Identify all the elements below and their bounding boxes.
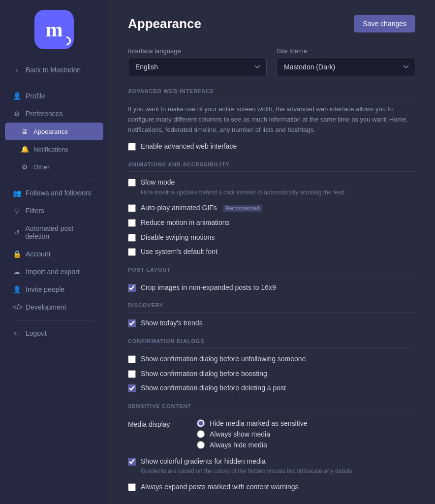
sidebar-item-profile-label: Profile [26, 92, 45, 100]
sidebar-item-filters[interactable]: ▽ Filters [5, 202, 103, 220]
sidebar-item-other[interactable]: ⚙ Other [5, 158, 103, 176]
always-show-radio[interactable] [197, 430, 205, 438]
sidebar-item-logout-label: Logout [26, 329, 47, 337]
interface-language-group: Interface language English [128, 47, 267, 76]
discovery-header: DISCOVERY [128, 302, 415, 313]
advanced-web-interface-header: ADVANCED WEB INTERFACE [128, 88, 415, 98]
save-changes-top-button[interactable]: Save changes [354, 15, 415, 32]
hide-sensitive-label[interactable]: Hide media marked as sensitive [210, 419, 307, 427]
enable-advanced-checkbox[interactable] [128, 143, 136, 151]
always-show-item: Always show media [197, 430, 307, 438]
always-show-label[interactable]: Always show media [210, 430, 270, 438]
site-theme-group: Site theme Mastodon (Dark) [277, 47, 415, 76]
sidebar-item-back-label: Back to Mastodon [26, 66, 81, 74]
disable-swiping-label[interactable]: Disable swiping motions [141, 233, 215, 243]
sidebar-item-account-label: Account [26, 250, 51, 258]
autoplay-gifs-label[interactable]: Auto-play animated GIFs Recommended [141, 203, 262, 213]
other-icon: ⚙ [21, 163, 29, 171]
interface-language-select[interactable]: English [128, 58, 267, 76]
always-hide-label[interactable]: Always hide media [210, 441, 267, 449]
sidebar-item-notifications-label: Notifications [33, 146, 68, 153]
confirmation-dialogs-header: CONFIRMATION DIALOGS [128, 338, 415, 348]
logo-letter: m [46, 19, 63, 40]
confirm-boost-item: Show confirmation dialog before boosting [128, 369, 415, 379]
show-trends-item: Show today's trends [128, 318, 415, 328]
sidebar-item-follows-label: Follows and followers [26, 189, 92, 197]
system-font-checkbox[interactable] [128, 248, 136, 256]
sidebar-item-appearance[interactable]: 🖥 Appearance [5, 123, 103, 140]
interface-language-label: Interface language [128, 47, 267, 55]
confirm-boost-checkbox[interactable] [128, 370, 136, 378]
colorful-gradients-sublabel: Gradients are based on the colors of the… [141, 467, 352, 475]
crop-images-label[interactable]: Crop images in non-expanded posts to 16x… [141, 283, 276, 293]
expand-posts-checkbox[interactable] [128, 483, 136, 491]
expand-posts-label[interactable]: Always expand posts marked with content … [141, 482, 299, 492]
enable-advanced-interface-item: Enable advanced web interface [128, 142, 415, 152]
import-export-icon: ☁ [13, 268, 21, 276]
sidebar-item-account[interactable]: 🔒 Account [5, 245, 103, 263]
crop-images-checkbox[interactable] [128, 284, 136, 292]
appearance-icon: 🖥 [21, 127, 29, 135]
sidebar-item-preferences[interactable]: ⚙ Preferences [5, 105, 103, 123]
sidebar-item-filters-label: Filters [26, 207, 44, 215]
site-theme-label: Site theme [277, 47, 415, 55]
colorful-gradients-label[interactable]: Show colorful gradients for hidden media… [141, 457, 352, 475]
confirm-delete-label[interactable]: Show confirmation dialog before deleting… [141, 383, 286, 393]
sidebar: m ‹ Back to Mastodon 👤 Profile ⚙ Prefere… [0, 0, 108, 504]
sidebar-item-import-export[interactable]: ☁ Import and export [5, 263, 103, 281]
crop-images-item: Crop images in non-expanded posts to 16x… [128, 283, 415, 293]
slow-mode-sublabel: Hide timeline updates behind a click ins… [141, 189, 344, 197]
post-layout-header: POST LAYOUT [128, 267, 415, 277]
always-hide-radio[interactable] [197, 441, 205, 449]
filters-icon: ▽ [13, 207, 21, 215]
autoplay-gifs-checkbox[interactable] [128, 204, 136, 212]
confirm-boost-label[interactable]: Show confirmation dialog before boosting [141, 369, 267, 379]
site-theme-select[interactable]: Mastodon (Dark) [277, 58, 415, 76]
language-theme-row: Interface language English Site theme Ma… [128, 47, 415, 76]
confirm-unfollow-label[interactable]: Show confirmation dialog before unfollow… [141, 354, 306, 364]
sidebar-item-notifications[interactable]: 🔔 Notifications [5, 140, 103, 158]
page-title: Appearance [128, 16, 201, 32]
hide-sensitive-item: Hide media marked as sensitive [197, 419, 307, 427]
colorful-gradients-checkbox[interactable] [128, 458, 136, 466]
sidebar-item-import-export-label: Import and export [26, 268, 80, 276]
sensitive-content-header: SENSITIVE CONTENT [128, 403, 415, 413]
advanced-web-interface-description: If you want to make use of your entire s… [128, 104, 415, 135]
enable-advanced-label[interactable]: Enable advanced web interface [141, 142, 237, 152]
confirm-unfollow-item: Show confirmation dialog before unfollow… [128, 354, 415, 364]
main-content: Appearance Save changes Interface langua… [108, 0, 435, 504]
logo: m [34, 10, 74, 49]
sidebar-item-follows[interactable]: 👥 Follows and followers [5, 184, 103, 202]
nav-divider-3 [13, 320, 95, 320]
sidebar-item-invite[interactable]: 👤 Invite people [5, 281, 103, 298]
sidebar-item-auto-delete-label: Automated post deletion [25, 224, 95, 240]
colorful-gradients-item: Show colorful gradients for hidden media… [128, 457, 415, 475]
sidebar-item-auto-delete[interactable]: ↺ Automated post deletion [5, 220, 103, 245]
back-icon: ‹ [13, 66, 21, 74]
slow-mode-label[interactable]: Slow mode Hide timeline updates behind a… [141, 178, 344, 196]
show-trends-checkbox[interactable] [128, 319, 136, 327]
auto-delete-icon: ↺ [13, 228, 20, 236]
confirm-unfollow-checkbox[interactable] [128, 355, 136, 363]
reduce-motion-label[interactable]: Reduce motion in animations [141, 218, 230, 228]
hide-sensitive-radio[interactable] [197, 419, 205, 427]
sidebar-item-development[interactable]: </> Development [5, 298, 103, 316]
preferences-icon: ⚙ [13, 110, 21, 118]
system-font-item: Use system's default font [128, 247, 415, 257]
account-icon: 🔒 [13, 250, 21, 258]
system-font-label[interactable]: Use system's default font [141, 247, 218, 257]
sidebar-item-other-label: Other [33, 163, 50, 171]
show-trends-label[interactable]: Show today's trends [141, 318, 203, 328]
sidebar-item-invite-label: Invite people [26, 285, 64, 293]
slow-mode-checkbox[interactable] [128, 179, 136, 187]
autoplay-gifs-item: Auto-play animated GIFs Recommended [128, 203, 415, 213]
notifications-icon: 🔔 [21, 145, 29, 153]
sidebar-item-back[interactable]: ‹ Back to Mastodon [5, 61, 103, 79]
confirm-delete-checkbox[interactable] [128, 384, 136, 392]
sidebar-item-profile[interactable]: 👤 Profile [5, 87, 103, 105]
logout-icon: ⇦ [13, 329, 21, 337]
sidebar-item-logout[interactable]: ⇦ Logout [5, 324, 103, 342]
reduce-motion-checkbox[interactable] [128, 219, 136, 227]
disable-swiping-checkbox[interactable] [128, 234, 136, 242]
media-display-row: Media display Hide media marked as sensi… [128, 419, 415, 449]
